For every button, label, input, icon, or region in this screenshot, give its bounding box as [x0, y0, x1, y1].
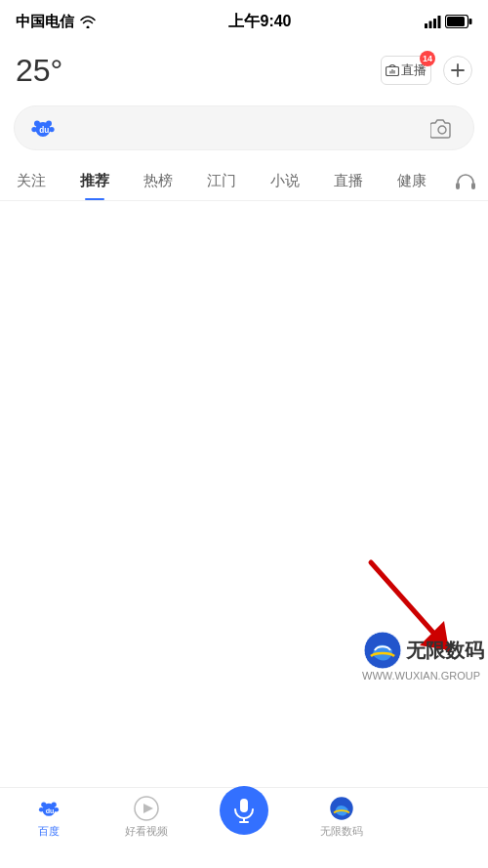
tab-novel[interactable]: 小说 [254, 166, 317, 200]
baidu-nav-icon: du [36, 796, 61, 821]
signal-icon [425, 16, 441, 28]
svg-rect-21 [471, 183, 475, 189]
add-button[interactable] [443, 56, 472, 85]
status-right [425, 15, 472, 28]
bottom-nav-video[interactable]: 好看视频 [98, 796, 195, 839]
camera-icon [430, 117, 454, 139]
svg-rect-0 [425, 23, 427, 28]
watermark-brand: 无限数码 [363, 631, 484, 670]
tab-recommend[interactable]: 推荐 [63, 166, 127, 200]
svg-marker-32 [143, 804, 153, 813]
plus-icon [449, 62, 467, 79]
search-container: du [0, 98, 488, 160]
mic-button[interactable] [220, 786, 268, 835]
bottom-nav-wuxian[interactable]: 无限数码 [293, 796, 390, 839]
wuxian-nav-icon [329, 796, 354, 821]
carrier-text: 中国电信 [16, 13, 74, 31]
mic-icon [233, 798, 255, 823]
header: 25° 直播 14 [0, 43, 488, 98]
tab-jiangmen[interactable]: 江门 [190, 166, 254, 200]
svg-point-16 [31, 127, 36, 132]
wifi-icon [80, 16, 96, 28]
main-content: 无限数码 WWW.WUXIAN.GROUP [0, 201, 488, 748]
wuxian-logo-icon [363, 631, 402, 670]
camera-button[interactable] [425, 110, 460, 145]
search-bar[interactable]: du [14, 105, 474, 150]
svg-text:du: du [39, 126, 49, 135]
tab-headphone[interactable] [444, 167, 488, 200]
live-icon [386, 64, 399, 76]
bottom-nav: du 百度 好看视频 无限数码 [0, 787, 488, 868]
svg-rect-5 [469, 19, 472, 24]
svg-text:du: du [46, 807, 55, 815]
live-badge: 14 [420, 51, 435, 66]
svg-point-28 [39, 807, 44, 812]
tab-health[interactable]: 健康 [381, 166, 444, 200]
svg-rect-2 [433, 19, 436, 28]
watermark-url-text: WWW.WUXIAN.GROUP [362, 670, 480, 682]
baidu-logo-icon: du [28, 113, 58, 143]
temperature-display: 25° [16, 53, 62, 89]
wuxian-nav-label: 无限数码 [320, 824, 363, 839]
tab-hot[interactable]: 热榜 [127, 166, 190, 200]
svg-point-29 [55, 807, 60, 812]
headphone-icon [456, 173, 475, 190]
live-button[interactable]: 直播 14 [381, 55, 431, 86]
svg-rect-33 [240, 799, 248, 812]
svg-rect-1 [429, 21, 432, 28]
svg-rect-20 [456, 183, 460, 189]
battery-icon [445, 15, 472, 28]
tab-follow[interactable]: 关注 [0, 166, 63, 200]
svg-rect-6 [447, 17, 465, 26]
video-nav-icon [134, 796, 159, 821]
svg-rect-3 [438, 16, 441, 28]
header-actions: 直播 14 [381, 55, 472, 86]
baidu-nav-label: 百度 [38, 824, 60, 839]
status-time: 上午9:40 [228, 12, 291, 32]
status-left: 中国电信 [16, 13, 96, 31]
svg-point-19 [438, 126, 446, 134]
bottom-nav-mic[interactable] [195, 796, 293, 835]
nav-tabs: 关注 推荐 热榜 江门 小说 直播 健康 [0, 160, 488, 201]
bottom-nav-baidu[interactable]: du 百度 [0, 796, 98, 839]
watermark-brand-text: 无限数码 [406, 638, 484, 664]
watermark: 无限数码 WWW.WUXIAN.GROUP [362, 631, 488, 682]
status-bar: 中国电信 上午9:40 [0, 0, 488, 43]
video-nav-label: 好看视频 [125, 824, 168, 839]
svg-point-17 [49, 127, 54, 132]
tab-live[interactable]: 直播 [317, 166, 381, 200]
